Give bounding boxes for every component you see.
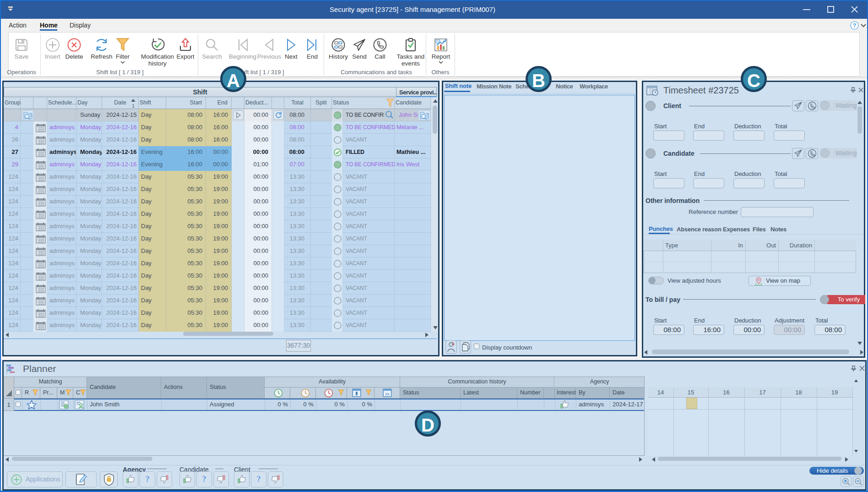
svg-text:1: 1 — [132, 103, 135, 109]
svg-text:?: ? — [256, 474, 261, 484]
svg-text:xx: xx — [385, 392, 390, 396]
svg-text:?: ? — [853, 22, 856, 29]
svg-text:?: ? — [202, 474, 206, 484]
svg-text:?: ? — [145, 474, 150, 484]
